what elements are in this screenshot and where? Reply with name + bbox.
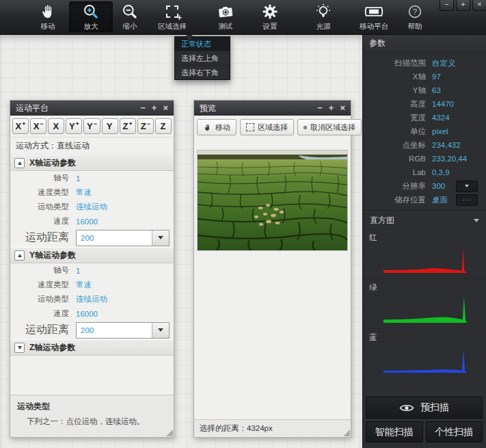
browse-location-button[interactable]: ··· bbox=[456, 194, 478, 206]
footer-title: 运动类型 bbox=[17, 401, 167, 412]
histogram-green-channel: 绿 bbox=[363, 279, 486, 329]
channel-label: 红 bbox=[363, 233, 486, 243]
scan-buttons-row: 智能扫描 个性扫描 bbox=[366, 421, 483, 443]
panel-maximize-button[interactable]: + bbox=[329, 104, 334, 112]
collapse-down-icon[interactable] bbox=[14, 343, 25, 353]
field-value[interactable]: 常速 bbox=[76, 280, 92, 290]
motion-platform-panel: 运动平台 − + × X+ X− X Y+ Y− Y Z+ Z− Z 运动方式：… bbox=[10, 100, 174, 438]
param-value[interactable]: 4324 bbox=[432, 114, 450, 122]
field-value[interactable]: 1 bbox=[76, 267, 80, 275]
window-close-button[interactable]: × bbox=[472, 0, 486, 11]
toolbar-item-label: 帮助 bbox=[408, 22, 422, 31]
panel-title: 运动平台 bbox=[16, 103, 49, 114]
param-value[interactable]: 0,3,9 bbox=[432, 168, 450, 176]
toolbar-item-settings[interactable]: 设置 bbox=[248, 1, 292, 32]
parameters-panel: 参数 扫描范围自定义 X轴97 Y轴63 高度14470 宽度4324 单位pi… bbox=[362, 34, 486, 448]
toolbar-item-zoom-in[interactable]: 放大 bbox=[69, 1, 113, 32]
light-bulb-icon bbox=[314, 2, 332, 21]
toolbar-item-zoom-out[interactable]: 缩小 bbox=[108, 1, 152, 32]
combobox-dropdown-button[interactable] bbox=[152, 230, 169, 246]
collapse-up-icon[interactable] bbox=[14, 158, 25, 168]
panel-maximize-button[interactable]: + bbox=[152, 104, 157, 112]
toolbar-item-test[interactable]: 测试 bbox=[204, 1, 247, 32]
custom-scan-button[interactable]: 个性扫描 bbox=[426, 421, 483, 443]
preview-cancel-region-button[interactable]: 取消区域选择 bbox=[297, 119, 362, 135]
toolbar-item-moving-platform[interactable]: 移动平台 bbox=[352, 1, 396, 32]
motion-panel-titlebar: 运动平台 − + × bbox=[10, 101, 174, 116]
section-header-z-axis[interactable]: Z轴运动参数 bbox=[10, 339, 174, 356]
channel-label: 绿 bbox=[363, 282, 486, 293]
toolbar-item-label: 移动平台 bbox=[360, 22, 388, 31]
param-row-rgb: RGB233,20,44 bbox=[363, 152, 486, 166]
param-row-y-axis: Y轴63 bbox=[363, 83, 486, 97]
field-row: 运动类型连续运动 bbox=[10, 200, 174, 214]
window-minimize-button[interactable]: − bbox=[440, 0, 454, 11]
section-header-y-axis[interactable]: Y轴运动参数 bbox=[10, 247, 174, 263]
smart-scan-button[interactable]: 智能扫描 bbox=[366, 421, 423, 443]
footer-text: 下列之一：点位运动，连续运动。 bbox=[17, 417, 167, 427]
menu-item-normal-state[interactable]: 正常状态 bbox=[175, 37, 230, 51]
param-value[interactable]: 97 bbox=[432, 73, 441, 81]
axis-button-x[interactable]: X bbox=[48, 118, 64, 134]
combobox-dropdown-button[interactable] bbox=[152, 323, 169, 338]
app-window: 移动 放大 缩小 + 区域选择 测试 bbox=[0, 0, 486, 448]
param-value[interactable]: 234,432 bbox=[432, 141, 461, 149]
panel-title: 预览 bbox=[200, 103, 216, 114]
axis-button-z-minus[interactable]: Z− bbox=[137, 118, 154, 134]
field-value[interactable]: 16000 bbox=[76, 218, 98, 226]
gear-icon bbox=[261, 2, 279, 21]
axis-button-z-plus[interactable]: Z+ bbox=[120, 118, 136, 134]
section-header-x-axis[interactable]: X轴运动参数 bbox=[10, 155, 174, 171]
resolution-dropdown-button[interactable] bbox=[456, 181, 478, 192]
param-value[interactable]: 233,20,44 bbox=[432, 155, 467, 163]
ellipsis-icon: ··· bbox=[463, 198, 471, 202]
selected-distance-status: 选择的距离：4324px bbox=[194, 419, 351, 437]
prescan-button[interactable]: 预扫描 bbox=[366, 397, 483, 419]
preview-region-select-button[interactable]: 区域选择 bbox=[240, 119, 294, 135]
resize-grip[interactable] bbox=[166, 430, 173, 436]
toolbar-item-help[interactable]: ? 帮助 bbox=[393, 1, 437, 32]
distance-combobox[interactable]: 200 bbox=[76, 322, 170, 339]
axis-button-x-plus[interactable]: X+ bbox=[12, 118, 29, 134]
axis-button-x-minus[interactable]: X− bbox=[30, 118, 46, 134]
param-value[interactable]: 14470 bbox=[432, 100, 454, 108]
toolbar-item-label: 放大 bbox=[84, 22, 98, 31]
axis-button-y-plus[interactable]: Y+ bbox=[66, 118, 82, 134]
panel-close-button[interactable]: × bbox=[340, 104, 345, 112]
panel-minimize-button[interactable]: − bbox=[317, 104, 323, 112]
panel-close-button[interactable]: × bbox=[163, 104, 168, 112]
param-value[interactable]: 63 bbox=[432, 86, 441, 94]
field-value[interactable]: 连续运动 bbox=[76, 294, 107, 304]
histogram-header: 直方图 bbox=[363, 212, 486, 229]
motion-mode-label: 运动方式：直线运动 bbox=[10, 137, 174, 155]
field-value[interactable]: 16000 bbox=[76, 310, 98, 318]
menu-item-select-top-left[interactable]: 选择左上角 bbox=[175, 51, 230, 66]
axis-button-z[interactable]: Z bbox=[155, 118, 172, 134]
distance-combobox[interactable]: 200 bbox=[76, 230, 170, 246]
resize-grip[interactable] bbox=[343, 430, 350, 436]
param-value[interactable]: pixel bbox=[432, 127, 448, 135]
axis-button-y-minus[interactable]: Y− bbox=[83, 118, 100, 134]
axis-button-y[interactable]: Y bbox=[102, 118, 118, 134]
field-value[interactable]: 连续运动 bbox=[76, 202, 107, 212]
param-value[interactable]: 桌面 bbox=[432, 195, 448, 205]
preview-move-button[interactable]: 移动 bbox=[197, 119, 237, 135]
param-value[interactable]: 300 bbox=[432, 182, 445, 190]
toolbar-item-move[interactable]: 移动 bbox=[26, 1, 70, 32]
param-value[interactable]: 自定义 bbox=[432, 58, 456, 68]
field-value[interactable]: 1 bbox=[76, 174, 80, 183]
histogram-collapse-icon[interactable] bbox=[474, 219, 479, 222]
field-row: 速度类型常速 bbox=[10, 278, 174, 292]
menu-item-select-bottom-right[interactable]: 选择右下角 bbox=[175, 66, 230, 79]
window-maximize-button[interactable]: + bbox=[456, 0, 470, 11]
param-row-x-axis: X轴97 bbox=[363, 70, 486, 83]
collapse-up-icon[interactable] bbox=[14, 250, 25, 261]
toolbar-item-region-select[interactable]: + 区域选择 bbox=[150, 1, 194, 32]
preview-image[interactable] bbox=[197, 150, 348, 251]
panel-minimize-button[interactable]: − bbox=[140, 104, 146, 112]
preview-toolbar: 移动 区域选择 取消区域选择 bbox=[194, 116, 351, 139]
parameter-rows: 扫描范围自定义 X轴97 Y轴63 高度14470 宽度4324 单位pixel… bbox=[363, 53, 486, 207]
param-row-lab: Lab0,3,9 bbox=[363, 166, 486, 179]
field-value[interactable]: 常速 bbox=[76, 187, 92, 198]
toolbar-item-light-source[interactable]: 光源 bbox=[301, 1, 345, 32]
